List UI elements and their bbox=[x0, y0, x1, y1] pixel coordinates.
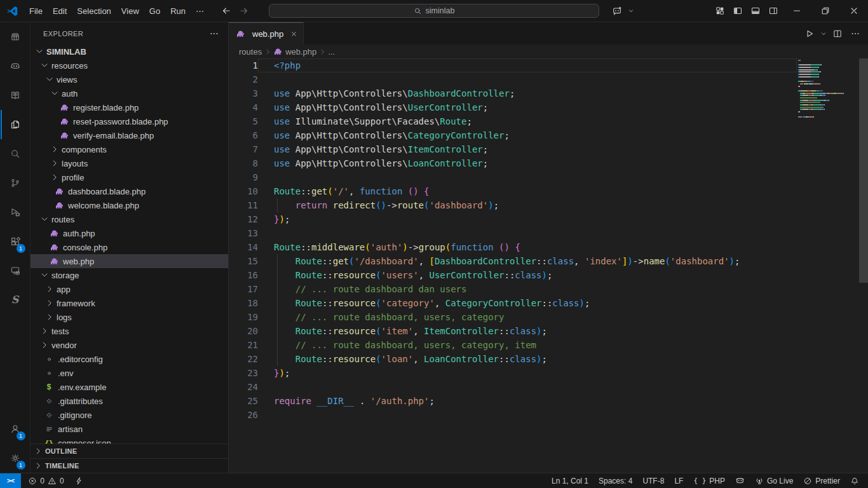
editor-scrollbar[interactable] bbox=[859, 58, 868, 283]
split-editor-button[interactable] bbox=[829, 25, 846, 43]
tree-item-components[interactable]: components bbox=[31, 142, 228, 156]
tree-item-auth[interactable]: auth bbox=[31, 86, 228, 100]
timeline-section[interactable]: TIMELINE bbox=[31, 458, 228, 473]
tree-item-label: logs bbox=[57, 313, 72, 322]
minimap[interactable] bbox=[798, 60, 859, 121]
settings-icon[interactable]: 1 bbox=[1, 444, 30, 473]
command-center-search[interactable]: siminlab bbox=[269, 4, 599, 18]
toggle-panel-button[interactable] bbox=[747, 2, 764, 20]
tree-item-vendor[interactable]: vendor bbox=[31, 338, 228, 352]
encoding[interactable]: UTF-8 bbox=[637, 473, 669, 488]
run-code-button[interactable] bbox=[801, 25, 818, 43]
menu-bar: FileEditSelectionViewGoRun⋯ bbox=[24, 0, 209, 22]
line-number: 20 bbox=[229, 324, 258, 338]
tree-item-layouts[interactable]: layouts bbox=[31, 156, 228, 170]
tree-item-siminlab[interactable]: SIMINLAB bbox=[31, 44, 228, 58]
tree-item-profile[interactable]: profile bbox=[31, 170, 228, 184]
breadcrumb-item[interactable]: routes bbox=[239, 47, 262, 57]
tree-item-framework[interactable]: framework bbox=[31, 296, 228, 310]
tree-item-routes[interactable]: routes bbox=[31, 212, 228, 226]
menu-[interactable]: ⋯ bbox=[191, 0, 209, 22]
tree-item-.gitattributes[interactable]: .gitattributes bbox=[31, 394, 228, 408]
tree-item-.env[interactable]: .env bbox=[31, 366, 228, 380]
tree-item-.editorconfig[interactable]: .editorconfig bbox=[31, 352, 228, 366]
menu-selection[interactable]: Selection bbox=[72, 0, 116, 22]
tab-web-php[interactable]: web.php bbox=[229, 22, 304, 44]
breadcrumb-item[interactable]: web.php bbox=[273, 47, 316, 57]
menu-file[interactable]: File bbox=[24, 0, 48, 22]
customize-layout-button[interactable] bbox=[711, 2, 729, 20]
tree-item-app[interactable]: app bbox=[31, 282, 228, 296]
tree-item-verify-email.blade.php[interactable]: verify-email.blade.php bbox=[31, 128, 228, 142]
back-arrow-button[interactable] bbox=[219, 4, 233, 18]
accounts-icon[interactable]: 1 bbox=[1, 414, 30, 444]
restore-button[interactable] bbox=[811, 0, 839, 22]
lines-file-icon bbox=[44, 424, 54, 434]
menu-edit[interactable]: Edit bbox=[48, 0, 72, 22]
forward-arrow-button[interactable] bbox=[237, 4, 251, 18]
tree-item-views[interactable]: views bbox=[31, 72, 228, 86]
code-editor[interactable]: 1<?php23use App\Http\Controllers\Dashboa… bbox=[229, 58, 868, 473]
language-mode[interactable]: { }PHP bbox=[688, 473, 730, 488]
menu-go[interactable]: Go bbox=[144, 0, 165, 22]
problems-button[interactable]: 00 bbox=[23, 473, 69, 488]
tree-item-register.blade.php[interactable]: register.blade.php bbox=[31, 100, 228, 114]
source-control-icon[interactable] bbox=[1, 168, 30, 198]
run-dropdown-icon[interactable] bbox=[818, 25, 829, 43]
tree-item-storage[interactable]: storage bbox=[31, 268, 228, 282]
tree-item-.gitignore[interactable]: .gitignore bbox=[31, 408, 228, 422]
container-icon[interactable] bbox=[1, 22, 30, 51]
cursor-position[interactable]: Ln 1, Col 1 bbox=[546, 473, 593, 488]
line-content bbox=[258, 408, 797, 422]
breadcrumb-item[interactable]: ... bbox=[328, 47, 335, 57]
tree-item-.env.example[interactable]: $.env.example bbox=[31, 380, 228, 394]
indent-guide bbox=[277, 310, 278, 324]
explorer-more-actions-button[interactable] bbox=[209, 29, 219, 39]
line-number: 4 bbox=[229, 100, 258, 114]
chevron-right-icon bbox=[33, 446, 43, 456]
minimize-button[interactable] bbox=[782, 0, 811, 22]
remote-button[interactable]: >< bbox=[0, 473, 21, 488]
live-reload-button[interactable] bbox=[69, 473, 88, 488]
tree-item-logs[interactable]: logs bbox=[31, 310, 228, 324]
tree-item-welcome.blade.php[interactable]: welcome.blade.php bbox=[31, 198, 228, 212]
editor-more-actions-button[interactable] bbox=[846, 25, 864, 43]
search-icon[interactable] bbox=[1, 139, 30, 168]
explorer-icon[interactable] bbox=[1, 110, 30, 139]
tree-item-composer.json[interactable]: {}composer.json bbox=[31, 436, 228, 444]
menu-view[interactable]: View bbox=[116, 0, 144, 22]
warning-icon bbox=[48, 477, 57, 485]
outline-section[interactable]: OUTLINE bbox=[31, 444, 228, 458]
go-live-button[interactable]: Go Live bbox=[750, 473, 798, 488]
copilot-face-icon[interactable] bbox=[1, 51, 30, 81]
tree-item-artisan[interactable]: artisan bbox=[31, 422, 228, 436]
run-debug-icon[interactable] bbox=[1, 198, 30, 227]
book-icon[interactable] bbox=[1, 81, 30, 110]
toggle-secondary-sidebar-button[interactable] bbox=[764, 2, 782, 20]
line-content: use App\Http\Controllers\LoanController; bbox=[258, 156, 797, 170]
tree-item-label: composer.json bbox=[58, 438, 111, 444]
close-button[interactable] bbox=[839, 0, 868, 22]
toggle-primary-sidebar-button[interactable] bbox=[729, 2, 747, 20]
tree-item-reset-password.blade.php[interactable]: reset-password.blade.php bbox=[31, 114, 228, 128]
tree-item-tests[interactable]: tests bbox=[31, 324, 228, 338]
tree-item-resources[interactable]: resources bbox=[31, 58, 228, 72]
prettier-status[interactable]: Prettier bbox=[798, 473, 845, 488]
tab-close-icon[interactable] bbox=[290, 30, 298, 38]
eol-selector[interactable]: LF bbox=[669, 473, 688, 488]
menu-run[interactable]: Run bbox=[165, 0, 191, 22]
line-number: 13 bbox=[229, 226, 258, 240]
notifications-bell[interactable] bbox=[845, 473, 864, 488]
s-extension-icon[interactable]: S bbox=[1, 285, 30, 315]
tree-item-label: views bbox=[57, 75, 78, 85]
tree-item-web.php[interactable]: web.php bbox=[31, 254, 228, 268]
extensions-icon[interactable]: 1 bbox=[1, 227, 30, 256]
remote-explorer-icon[interactable] bbox=[1, 256, 30, 285]
indentation[interactable]: Spaces: 4 bbox=[593, 473, 637, 488]
tree-item-console.php[interactable]: console.php bbox=[31, 240, 228, 254]
copilot-dropdown-icon[interactable] bbox=[626, 2, 636, 20]
copilot-chat-button[interactable] bbox=[608, 2, 626, 20]
copilot-status[interactable] bbox=[730, 473, 750, 488]
tree-item-dashboard.blade.php[interactable]: dashboard.blade.php bbox=[31, 184, 228, 198]
tree-item-auth.php[interactable]: auth.php bbox=[31, 226, 228, 240]
